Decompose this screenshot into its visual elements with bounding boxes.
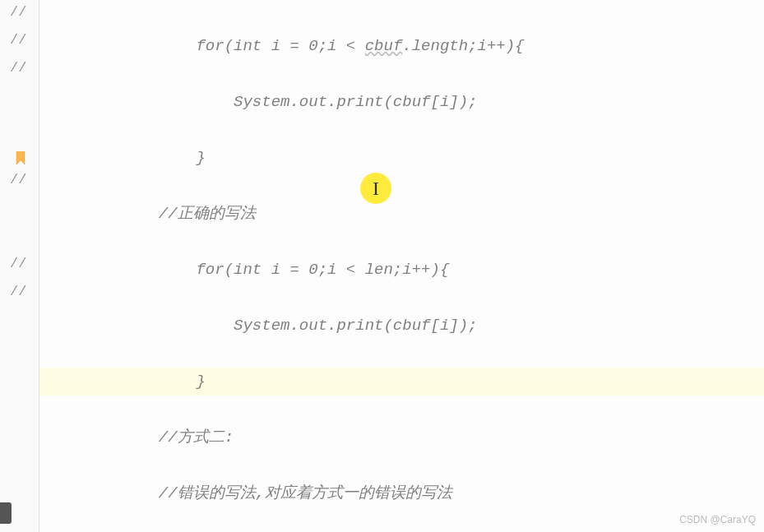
gutter-mark: // xyxy=(10,256,26,271)
code-line: System.out.print(cbuf[i]); xyxy=(46,93,478,111)
gutter-mark: // xyxy=(10,284,26,299)
code-line: for(int i = 0;i < cbuf.length;i++){ xyxy=(46,37,525,55)
gutter-mark: // xyxy=(10,4,26,20)
code-editor[interactable]: for(int i = 0;i < cbuf.length;i++){ Syst… xyxy=(39,0,764,532)
bookmark-icon[interactable] xyxy=(15,151,26,166)
code-line: //错误的写法,对应着方式一的错误的写法 xyxy=(46,484,452,502)
text-cursor-icon: I xyxy=(373,178,379,200)
side-tab[interactable] xyxy=(0,502,12,524)
code-line: } xyxy=(46,149,206,167)
gutter-mark: // xyxy=(10,60,26,76)
code-line: //正确的写法 xyxy=(46,205,256,223)
gutter-mark: // xyxy=(10,32,26,48)
code-line: } xyxy=(46,372,206,391)
code-line: System.out.print(cbuf[i]); xyxy=(46,317,478,335)
code-line: for(int i = 0;i < len;i++){ xyxy=(46,261,449,279)
code-line: //方式二: xyxy=(46,428,234,446)
mouse-cursor-highlight: I xyxy=(360,173,391,204)
editor-gutter: // // // // // // xyxy=(0,0,39,532)
watermark: CSDN @CaraYQ xyxy=(679,514,756,525)
gutter-mark: // xyxy=(10,172,26,187)
